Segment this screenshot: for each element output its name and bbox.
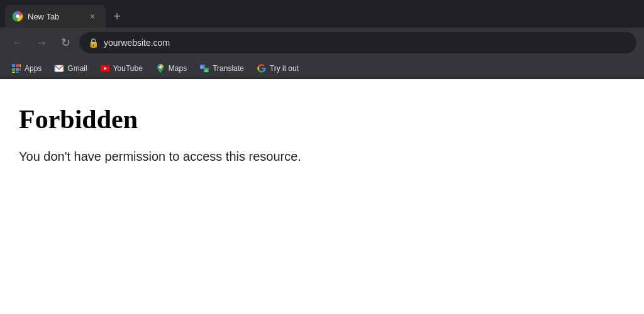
svg-point-14 (159, 66, 162, 68)
new-tab-button[interactable]: + (108, 8, 126, 25)
google-icon (257, 63, 267, 73)
svg-text:あ: あ (205, 68, 208, 72)
url-text: yourwebsite.com (104, 38, 170, 48)
maps-icon (155, 63, 165, 73)
page-content: Forbidden You don't have permission to a… (0, 79, 644, 314)
bookmark-translate[interactable]: A あ Translate (194, 61, 249, 76)
svg-point-2 (16, 15, 19, 18)
svg-rect-3 (12, 64, 15, 67)
bookmark-gmail-label: Gmail (67, 64, 87, 73)
bookmark-maps[interactable]: Maps (150, 61, 192, 76)
bookmark-maps-label: Maps (169, 64, 187, 73)
bookmark-youtube-label: YouTube (113, 64, 143, 73)
tab-close-button[interactable]: × (87, 11, 98, 22)
forward-button[interactable]: → (31, 33, 52, 53)
bookmark-youtube[interactable]: YouTube (95, 61, 148, 76)
svg-rect-9 (12, 72, 15, 73)
back-button[interactable]: ← (8, 33, 28, 53)
svg-rect-5 (19, 64, 21, 67)
apps-icon (11, 63, 21, 73)
browser-chrome: New Tab × + ← → ↻ 🔒 yourwebsite.com (0, 0, 644, 79)
tab-favicon-icon (13, 11, 23, 21)
translate-icon: A あ (199, 63, 209, 73)
lock-icon: 🔒 (88, 38, 99, 48)
bookmark-translate-label: Translate (213, 64, 244, 73)
bookmarks-bar: Apps Gmail YouTube (0, 58, 644, 79)
bookmark-tryitout-label: Try it out (270, 64, 299, 73)
svg-rect-7 (16, 68, 19, 71)
tab-bar: New Tab × + (0, 0, 644, 28)
nav-bar: ← → ↻ 🔒 yourwebsite.com (0, 28, 644, 58)
refresh-button[interactable]: ↻ (55, 33, 75, 53)
svg-rect-4 (16, 64, 19, 67)
address-bar[interactable]: 🔒 yourwebsite.com (79, 32, 636, 53)
bookmark-apps[interactable]: Apps (6, 61, 47, 76)
youtube-icon (100, 63, 110, 73)
error-title: Forbidden (19, 104, 625, 134)
bookmark-apps-label: Apps (25, 64, 42, 73)
svg-rect-6 (12, 68, 15, 71)
svg-rect-10 (16, 72, 19, 73)
svg-rect-8 (19, 68, 21, 71)
gmail-icon (54, 63, 64, 73)
error-message: You don't have permission to access this… (19, 149, 625, 164)
bookmark-gmail[interactable]: Gmail (49, 61, 92, 76)
tab-title: New Tab (28, 12, 82, 21)
active-tab[interactable]: New Tab × (5, 5, 106, 28)
bookmark-tryitout[interactable]: Try it out (252, 61, 304, 76)
